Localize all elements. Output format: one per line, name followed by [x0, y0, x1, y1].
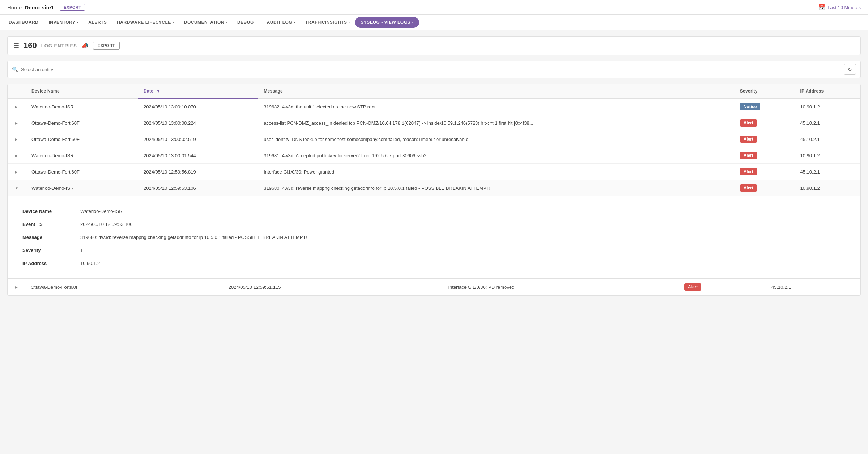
table-row[interactable]: ▶ Ottawa-Demo-Forti60F 2024/05/10 13:00:…	[8, 115, 860, 131]
chevron-right-icon: ›	[412, 21, 413, 25]
device-name-cell: Ottawa-Demo-Forti60F	[26, 115, 138, 131]
table-row[interactable]: ▶ Ottawa-Demo-Forti60F 2024/05/10 12:59:…	[8, 164, 860, 180]
detail-severity-row: Severity 1	[22, 244, 846, 257]
expand-row-button[interactable]: ▶	[13, 284, 19, 290]
log-entries-icon: ☰	[13, 42, 19, 50]
severity-cell: Alert	[734, 131, 795, 147]
detail-device-name-label: Device Name	[22, 209, 80, 214]
log-entries-header: ☰ 160 LOG ENTRIES 📣 EXPORT	[7, 36, 861, 55]
log-table: Device Name Date ▼ Message Severity IP A…	[7, 84, 861, 296]
detail-ip-address-row: IP Address 10.90.1.2	[22, 257, 846, 270]
date-cell: 2024/05/10 12:59:51.115	[223, 279, 443, 295]
col-message: Message	[258, 84, 734, 98]
status-badge: Alert	[740, 168, 757, 175]
chevron-right-icon: ›	[255, 21, 257, 25]
export-button[interactable]: EXPORT	[93, 42, 120, 50]
ip-cell: 45.10.2.1	[794, 131, 860, 147]
detail-event-ts-label: Event TS	[22, 222, 80, 227]
main-content: ☰ 160 LOG ENTRIES 📣 EXPORT 🔍 ↻ Device Na…	[0, 30, 868, 452]
table-row[interactable]: ▼ Waterloo-Demo-ISR 2024/05/10 12:59:53.…	[8, 180, 860, 196]
device-name-cell: Waterloo-Demo-ISR	[26, 180, 138, 196]
device-name-cell: Ottawa-Demo-Forti60F	[26, 131, 138, 147]
device-name-cell: Ottawa-Demo-Forti60F	[26, 164, 138, 180]
search-bar: 🔍 ↻	[7, 61, 861, 78]
nav-documentation[interactable]: DOCUMENTATION ›	[179, 15, 232, 30]
device-name-cell: Ottawa-Demo-Forti60F	[25, 279, 223, 295]
detail-message-label: Message	[22, 235, 80, 240]
detail-device-name-row: Device Name Waterloo-Demo-ISR	[22, 205, 846, 218]
date-cell: 2024/05/10 12:59:53.106	[138, 180, 258, 196]
sort-icon: ▼	[156, 89, 161, 94]
nav-syslog-view-logs[interactable]: SYSLOG - VIEW LOGS ›	[355, 17, 419, 28]
status-badge: Alert	[740, 152, 757, 159]
expand-row-button[interactable]: ▶	[13, 153, 19, 158]
col-device-name: Device Name	[26, 84, 138, 98]
log-label: LOG ENTRIES	[41, 43, 77, 48]
nav-trafficinsights[interactable]: TRAFFICINSIGHTS ›	[300, 15, 355, 30]
col-expand	[8, 84, 26, 98]
col-date[interactable]: Date ▼	[138, 84, 258, 98]
expand-row-button[interactable]: ▼	[13, 185, 20, 191]
severity-cell: Alert	[734, 180, 795, 196]
message-cell: 319682: 4w3d: the unit 1 elected as the …	[258, 98, 734, 115]
col-ip-address: IP Address	[794, 84, 860, 98]
refresh-button[interactable]: ↻	[844, 64, 856, 75]
expand-row-button[interactable]: ▶	[13, 104, 19, 110]
date-cell: 2024/05/10 12:59:56.819	[138, 164, 258, 180]
message-cell: access-list PCN-DMZ_access_in denied tcp…	[258, 115, 734, 131]
date-cell: 2024/05/10 13:00:02.519	[138, 131, 258, 147]
chevron-right-icon: ›	[294, 21, 295, 25]
status-badge: Alert	[740, 119, 757, 127]
table-row[interactable]: ▶ Ottawa-Demo-Forti60F 2024/05/10 12:59:…	[8, 279, 860, 295]
nav-audit-log[interactable]: AUDIT LOG ›	[262, 15, 300, 30]
nav-inventory[interactable]: INVENTORY ›	[44, 15, 84, 30]
ip-cell: 45.10.2.1	[766, 279, 860, 295]
message-cell: 319680: 4w3d: reverse mappng checking ge…	[258, 180, 734, 196]
severity-cell: Alert	[734, 164, 795, 180]
nav-dashboard[interactable]: DASHBOARD	[4, 15, 44, 30]
device-name-cell: Waterloo-Demo-ISR	[26, 98, 138, 115]
detail-message-value: 319680: 4w3d: reverse mappng checking ge…	[80, 235, 307, 240]
status-badge: Alert	[740, 136, 757, 143]
expand-row-button[interactable]: ▶	[13, 169, 19, 175]
table-row[interactable]: ▶ Ottawa-Demo-Forti60F 2024/05/10 13:00:…	[8, 131, 860, 147]
nav-bar: DASHBOARD INVENTORY › ALERTS HARDWARE LI…	[0, 15, 868, 30]
detail-severity-label: Severity	[22, 248, 80, 253]
expand-row-button[interactable]: ▶	[13, 120, 19, 126]
nav-alerts[interactable]: ALERTS	[83, 15, 112, 30]
last-time-filter[interactable]: 📅 Last 10 Minutes	[818, 4, 861, 10]
detail-event-ts-value: 2024/05/10 12:59:53.106	[80, 222, 133, 227]
search-input[interactable]	[21, 67, 841, 72]
chevron-right-icon: ›	[348, 21, 350, 25]
ip-cell: 10.90.1.2	[794, 147, 860, 164]
status-badge: Alert	[740, 184, 757, 192]
detail-ip-address-value: 10.90.1.2	[80, 261, 100, 266]
nav-hardware-lifecycle[interactable]: HARDWARE LIFECYCLE ›	[112, 15, 179, 30]
partial-table: ▶ Ottawa-Demo-Forti60F 2024/05/10 12:59:…	[8, 279, 860, 295]
header-export-button[interactable]: EXPORT	[60, 4, 85, 11]
detail-ip-address-label: IP Address	[22, 261, 80, 266]
detail-panel: Device Name Waterloo-Demo-ISR Event TS 2…	[8, 196, 860, 279]
message-cell: 319681: 4w3d: Accepted publickey for ser…	[258, 147, 734, 164]
detail-device-name-value: Waterloo-Demo-ISR	[80, 209, 123, 214]
severity-cell: Notice	[734, 98, 795, 115]
table-header-row: Device Name Date ▼ Message Severity IP A…	[8, 84, 860, 98]
expand-row-button[interactable]: ▶	[13, 137, 19, 142]
severity-cell: Alert	[734, 147, 795, 164]
detail-message-row: Message 319680: 4w3d: reverse mappng che…	[22, 231, 846, 244]
severity-cell: Alert	[678, 279, 766, 295]
megaphone-icon: 📣	[81, 42, 89, 49]
chevron-right-icon: ›	[173, 21, 174, 25]
ip-cell: 45.10.2.1	[794, 115, 860, 131]
top-header: Home: Demo-site1 EXPORT 📅 Last 10 Minute…	[0, 0, 868, 15]
message-cell: user-identity: DNS lookup for somehost.s…	[258, 131, 734, 147]
table-row[interactable]: ▶ Waterloo-Demo-ISR 2024/05/10 13:00:10.…	[8, 98, 860, 115]
ip-cell: 45.10.2.1	[794, 164, 860, 180]
col-severity: Severity	[734, 84, 795, 98]
nav-debug[interactable]: DEBUG ›	[232, 15, 262, 30]
search-icon: 🔍	[12, 67, 18, 72]
table-row[interactable]: ▶ Waterloo-Demo-ISR 2024/05/10 13:00:01.…	[8, 147, 860, 164]
date-cell: 2024/05/10 13:00:01.544	[138, 147, 258, 164]
ip-cell: 10.90.1.2	[794, 98, 860, 115]
status-badge: Notice	[740, 103, 761, 110]
